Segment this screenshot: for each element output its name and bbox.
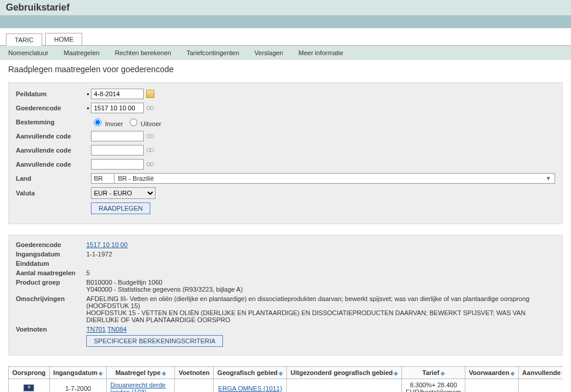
ingangsdatum-value: 1-1-1972 [86,251,555,258]
cell-tarief: 8.300%+ 28.400 EUR/hectokilogram [402,379,465,393]
table-row: 1-7-2000Douanerecht derde landen (103)ER… [9,379,563,393]
dlabel-productgroep: Product groep [16,279,86,293]
radio-invoer-label: Invoer [105,120,123,127]
th-geogebied[interactable]: Geografisch gebied◆ [214,367,287,379]
land-select[interactable]: BR - Brazilië ▼ [114,173,555,184]
land-select-value: BR - Brazilië [118,175,154,182]
label-land: Land [16,175,86,182]
menu-verslagen[interactable]: Verslagen [255,49,283,56]
cell-aanvcode [518,379,563,393]
th-voorwaarden[interactable]: Voorwaarden◆ [465,367,518,379]
header-band [0,15,571,28]
th-oorsprong[interactable]: Oorsprong [9,367,50,379]
binoculars-icon[interactable] [146,160,154,168]
geogebied-link[interactable]: ERGA OMNES (1011) [218,385,282,392]
cell-ingangsdatum: 1-7-2000 [49,379,106,393]
required-marker: • [86,104,90,111]
label-bestemming: Bestemming [16,119,86,126]
search-form-panel: Peildatum • Goederencode • Bestemming In… [8,82,563,224]
measures-table-wrap: Oorsprong Ingangsdatum◆ Maatregel type◆ … [8,366,563,392]
valuta-select[interactable]: EUR - EURO [91,187,156,199]
menu-tariefcontingenten[interactable]: Tariefcontingenten [187,49,239,56]
radio-uitvoer-label: Uitvoer [141,120,161,127]
svg-point-7 [150,163,154,166]
flag-icon [23,384,34,391]
sort-icon: ◆ [394,370,398,376]
page-heading: Raadplegen maatregelen voor goederencode [0,60,571,82]
result-details-panel: Goederencode1517 10 10 00 Ingangsdatum1-… [8,235,563,356]
voetnoot-link[interactable]: TN701 [86,326,106,333]
chevron-down-icon: ▼ [546,175,551,181]
label-peildatum: Peildatum [16,90,86,97]
menu-maatregelen[interactable]: Maatregelen [63,49,99,56]
aanvullende-code-input-1[interactable] [91,131,144,141]
dlabel-voetnoten: Voetnoten [16,326,86,333]
sort-icon: ◆ [511,370,515,376]
sort-icon: ◆ [99,370,103,376]
productgroep-value: B010000 - Budgetlijn 1060Y040000 - Stati… [86,279,555,293]
th-tarief[interactable]: Tarief◆ [402,367,465,379]
label-goederencode: Goederencode [16,104,86,111]
dlabel-ingangsdatum: Ingangsdatum [16,251,86,258]
binoculars-icon[interactable] [146,104,154,112]
label-valuta: Valuta [16,190,86,197]
label-aanvullende-2: Aanvullende code [16,147,86,154]
svg-point-1 [150,106,154,110]
tabs-strip: TARIC HOME [0,28,571,46]
label-aanvullende-3: Aanvullende code [16,161,86,168]
radio-invoer-wrap[interactable]: Invoer [91,117,123,127]
sort-icon: ◆ [279,370,283,376]
goederencode-input[interactable] [91,103,144,113]
measures-table: Oorsprong Ingangsdatum◆ Maatregel type◆ … [8,366,563,392]
aanvullende-code-input-2[interactable] [91,145,144,156]
tab-home[interactable]: HOME [45,33,82,45]
svg-point-3 [150,134,154,138]
th-voetnoten[interactable]: Voetnoten [175,367,214,379]
label-aanvullende-1: Aanvullende code [16,133,86,140]
sort-icon: ◆ [441,370,445,376]
specificeer-button[interactable]: SPECIFICEER BEREKENINGSCRITERIA [86,335,223,347]
einddatum-value [86,260,555,267]
tab-taric[interactable]: TARIC [6,33,42,46]
binoculars-icon[interactable] [146,132,154,140]
binoculars-icon[interactable] [146,146,154,154]
required-marker [86,119,90,126]
menu-rechten-berekenen[interactable]: Rechten berekenen [115,49,171,56]
svg-point-2 [147,134,150,138]
sort-icon: ◆ [162,370,166,376]
menu-bar: Nomenclatuur Maatregelen Rechten bereken… [0,46,571,60]
maatregeltype-link[interactable]: Douanerecht derde landen (103) [110,381,165,392]
peildatum-input[interactable] [91,89,144,99]
menu-nomenclatuur[interactable]: Nomenclatuur [8,49,48,56]
calendar-icon[interactable] [146,90,154,98]
raadplegen-button[interactable]: RAADPLEGEN [91,202,150,214]
land-code-input[interactable]: BR [91,173,114,184]
page-title: Gebruikstarief [6,2,565,13]
omschrijvingen-value: AFDELING III- Vetten en oliën (dierlijke… [86,295,555,323]
menu-meer-informatie[interactable]: Meer informatie [299,49,343,56]
th-ingangsdatum[interactable]: Ingangsdatum◆ [49,367,106,379]
required-marker: • [86,90,90,97]
radio-invoer[interactable] [94,119,102,126]
svg-point-0 [147,106,150,110]
dlabel-aantal: Aantal maatregelen [16,269,86,276]
title-bar: Gebruikstarief [0,0,571,15]
th-uitgezonderd[interactable]: Uitgezonderd geografisch gebied◆ [287,367,402,379]
radio-uitvoer[interactable] [130,119,137,126]
th-aanvcode[interactable]: Aanvullende code◆ [518,367,563,379]
th-maatregeltype[interactable]: Maatregel type◆ [107,367,175,379]
svg-point-6 [147,163,150,166]
cell-uitgezonderd [287,379,402,393]
goederencode-link[interactable]: 1517 10 10 00 [86,241,127,248]
svg-point-5 [150,148,154,152]
dlabel-omschrijvingen: Omschrijvingen [16,295,86,323]
voetnoot-link[interactable]: TN084 [107,326,127,333]
aanvullende-code-input-3[interactable] [91,159,144,170]
dlabel-einddatum: Einddatum [16,260,86,267]
aantal-value: 5 [86,269,555,276]
svg-point-4 [147,148,150,152]
dlabel-goederencode: Goederencode [16,241,86,248]
radio-uitvoer-wrap[interactable]: Uitvoer [127,117,161,127]
